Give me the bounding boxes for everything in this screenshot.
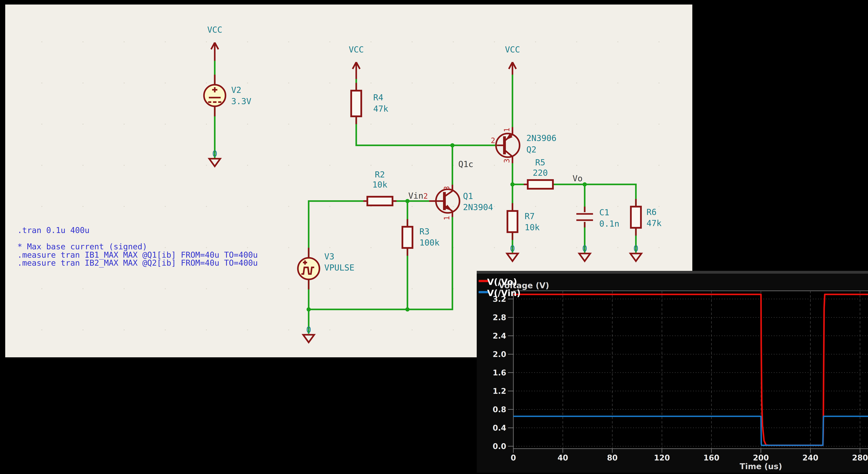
y-left-tick: 2.8 <box>493 313 506 322</box>
y-left-tick: 2.0 <box>493 350 506 359</box>
y-left-tick: 0.4 <box>493 423 506 432</box>
x-tick: 200 <box>753 453 769 462</box>
y-left-tick: 2.4 <box>493 331 506 340</box>
y-left-tick: 1.6 <box>493 368 506 377</box>
x-tick: 80 <box>607 453 618 462</box>
simulation-plot-window[interactable]: 3.2 2.8 2.4 2.0 1.6 1.2 0.8 0.4 0.0 64.0… <box>0 0 868 474</box>
y-left-tick: 0.0 <box>493 442 506 451</box>
y-left-tick: 0.8 <box>493 405 506 414</box>
desktop: VCC VCC VCC 0 0 0 0 0 V2 3.3V R4 <box>0 0 868 474</box>
x-tick: 240 <box>802 453 818 462</box>
y-left-tick: 1.2 <box>493 387 506 395</box>
x-tick: 120 <box>654 453 670 462</box>
x-tick: 40 <box>557 453 568 462</box>
x-tick: 280 <box>852 453 868 462</box>
x-tick: 0 <box>511 453 516 462</box>
plot-window-top-edge <box>477 271 868 274</box>
plot-area[interactable] <box>513 291 868 449</box>
x-axis-title: Time (us) <box>740 462 782 471</box>
x-tick: 160 <box>704 453 719 462</box>
legend-label-vo[interactable]: V(/Vo) <box>487 277 517 287</box>
legend-label-vin[interactable]: V(/Vin) <box>487 288 521 298</box>
left-axis-tick-labels: 3.2 2.8 2.4 2.0 1.6 1.2 0.8 0.4 0.0 <box>493 295 506 451</box>
